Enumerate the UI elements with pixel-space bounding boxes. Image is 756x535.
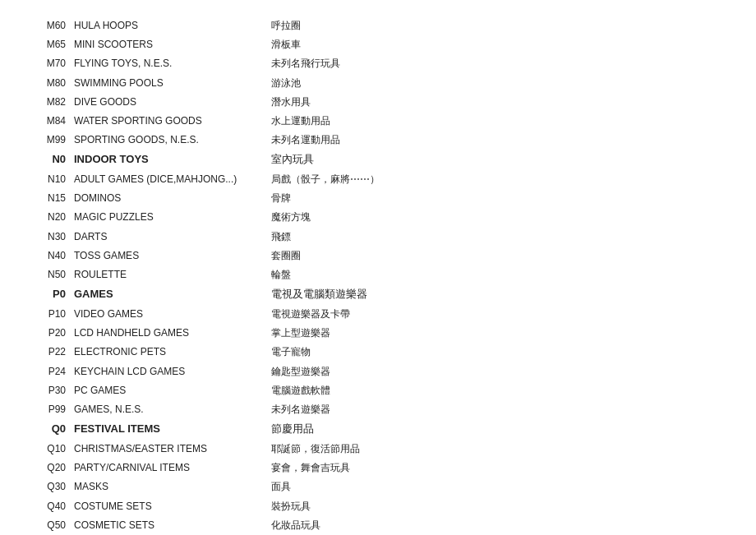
row-english: DOMINOS <box>74 191 271 206</box>
table-row: N40TOSS GAMES套圈圈 <box>33 247 723 265</box>
table-row: P20LCD HANDHELD GAMES掌上型遊樂器 <box>33 324 723 343</box>
row-chinese: 套圈圈 <box>271 248 301 264</box>
table-row: N15DOMINOS骨牌 <box>33 189 723 208</box>
row-english: HULA HOOPS <box>74 18 271 34</box>
row-chinese: 骨牌 <box>271 191 291 206</box>
table-row: Q20PARTY/CARNIVAL ITEMS宴會，舞會吉玩具 <box>33 459 723 477</box>
table-row: N50ROULETTE輪盤 <box>33 265 723 284</box>
row-code: M82 <box>33 95 74 110</box>
table-row: N30DARTS飛鏢 <box>33 228 723 247</box>
row-english: SWIMMING POOLS <box>74 76 271 91</box>
row-chinese: 電視遊樂器及卡帶 <box>271 307 350 322</box>
row-code: Q40 <box>33 499 74 514</box>
row-english: FLYING TOYS, N.E.S. <box>74 56 271 71</box>
row-english: GAMES <box>74 286 271 303</box>
table-row: Q30MASKS面具 <box>33 477 723 496</box>
row-english: PARTY/CARNIVAL ITEMS <box>74 460 271 476</box>
row-code: P10 <box>33 307 74 322</box>
row-english: ROULETTE <box>74 267 271 283</box>
row-chinese: 潛水用具 <box>271 95 311 110</box>
table-row: Q0FESTIVAL ITEMS節慶用品 <box>33 419 723 440</box>
row-chinese: 未列名飛行玩具 <box>271 56 340 71</box>
table-row: N0INDOOR TOYS室內玩具 <box>33 150 723 170</box>
row-english: COSMETIC SETS <box>74 518 271 533</box>
row-code: M80 <box>33 76 74 91</box>
row-code: P0 <box>33 286 74 303</box>
row-code: M84 <box>33 113 74 129</box>
row-english: KEYCHAIN LCD GAMES <box>74 364 271 380</box>
row-english: CHRISTMAS/EASTER ITEMS <box>74 441 271 457</box>
row-chinese: 室內玩具 <box>271 151 314 168</box>
row-code: Q50 <box>33 518 74 533</box>
table-row: M60HULA HOOPS呼拉圈 <box>33 16 723 35</box>
row-english: DARTS <box>74 229 271 245</box>
row-code: N30 <box>33 229 74 245</box>
table-row: M84WATER SPORTING GOODS水上運動用品 <box>33 112 723 131</box>
row-code: N15 <box>33 191 74 206</box>
row-code: M70 <box>33 56 74 71</box>
row-chinese: 飛鏢 <box>271 229 291 245</box>
row-chinese: 滑板車 <box>271 37 301 53</box>
table-row: P22ELECTRONIC PETS電子寵物 <box>33 343 723 362</box>
row-english: SPORTING GOODS, N.E.S. <box>74 132 271 148</box>
table-row: P99GAMES, N.E.S.未列名遊樂器 <box>33 400 723 419</box>
row-chinese: 耶誕節，復活節用品 <box>271 441 360 457</box>
row-chinese: 節慶用品 <box>271 421 314 438</box>
row-chinese: 水上運動用品 <box>271 113 330 129</box>
row-chinese: 輪盤 <box>271 267 291 283</box>
table-row: P0GAMES電視及電腦類遊樂器 <box>33 284 723 305</box>
row-english: TOSS GAMES <box>74 248 271 264</box>
table-row: Q40COSTUME SETS裝扮玩具 <box>33 497 723 516</box>
table-row: P10VIDEO GAMES電視遊樂器及卡帶 <box>33 305 723 324</box>
row-english: VIDEO GAMES <box>74 307 271 322</box>
row-english: ADULT GAMES (DICE,MAHJONG...) <box>74 172 271 187</box>
row-english: MAGIC PUZZLES <box>74 210 271 225</box>
row-code: N40 <box>33 248 74 264</box>
row-chinese: 面具 <box>271 479 291 495</box>
row-code: Q20 <box>33 460 74 476</box>
row-chinese: 未列名運動用品 <box>271 132 340 148</box>
row-chinese: 局戲（骰子，麻將⋯⋯） <box>271 172 380 187</box>
table-row: M82DIVE GOODS潛水用具 <box>33 93 723 112</box>
row-english: PC GAMES <box>74 383 271 399</box>
row-english: ELECTRONIC PETS <box>74 344 271 360</box>
row-chinese: 鑰匙型遊樂器 <box>271 364 330 380</box>
row-code: P30 <box>33 383 74 399</box>
table-row: N10ADULT GAMES (DICE,MAHJONG...)局戲（骰子，麻將… <box>33 170 723 189</box>
row-code: P24 <box>33 364 74 380</box>
table-row: M65MINI SCOOTERS滑板車 <box>33 35 723 54</box>
row-code: M99 <box>33 132 74 148</box>
row-code: P20 <box>33 325 74 341</box>
row-chinese: 游泳池 <box>271 76 301 91</box>
row-english: FESTIVAL ITEMS <box>74 421 271 438</box>
row-code: N50 <box>33 267 74 283</box>
row-chinese: 化妝品玩具 <box>271 518 320 533</box>
row-chinese: 裝扮玩具 <box>271 499 311 514</box>
row-code: Q0 <box>33 421 74 438</box>
row-code: M65 <box>33 37 74 53</box>
row-english: COSTUME SETS <box>74 499 271 514</box>
row-chinese: 魔術方塊 <box>271 210 311 225</box>
main-table: M60HULA HOOPS呼拉圈M65MINI SCOOTERS滑板車M70FL… <box>33 16 723 535</box>
row-english: WATER SPORTING GOODS <box>74 113 271 129</box>
row-chinese: 電視及電腦類遊樂器 <box>271 286 367 303</box>
row-english: MASKS <box>74 479 271 495</box>
table-row: P24KEYCHAIN LCD GAMES鑰匙型遊樂器 <box>33 362 723 381</box>
table-row: N20MAGIC PUZZLES魔術方塊 <box>33 208 723 227</box>
row-code: N10 <box>33 172 74 187</box>
row-chinese: 未列名遊樂器 <box>271 402 330 417</box>
row-english: DIVE GOODS <box>74 95 271 110</box>
row-chinese: 宴會，舞會吉玩具 <box>271 460 350 476</box>
row-code: M60 <box>33 18 74 34</box>
table-row: P30PC GAMES電腦遊戲軟體 <box>33 381 723 400</box>
row-english: GAMES, N.E.S. <box>74 402 271 417</box>
row-code: N20 <box>33 210 74 225</box>
table-row: M70FLYING TOYS, N.E.S.未列名飛行玩具 <box>33 54 723 73</box>
row-chinese: 電子寵物 <box>271 344 311 360</box>
row-english: INDOOR TOYS <box>74 151 271 168</box>
table-row: M99SPORTING GOODS, N.E.S.未列名運動用品 <box>33 131 723 150</box>
row-chinese: 呼拉圈 <box>271 18 301 34</box>
row-chinese: 掌上型遊樂器 <box>271 325 330 341</box>
row-english: MINI SCOOTERS <box>74 37 271 53</box>
row-code: N0 <box>33 151 74 168</box>
